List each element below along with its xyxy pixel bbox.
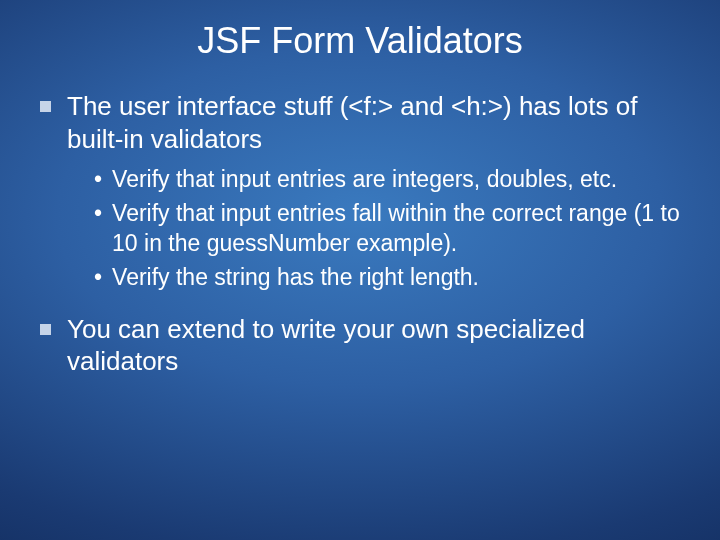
bullet-level1: You can extend to write your own special… xyxy=(40,313,680,378)
bullet-level1: The user interface stuff (<f:> and <h:>)… xyxy=(40,90,680,155)
dot-bullet-icon: • xyxy=(94,263,102,293)
slide: JSF Form Validators The user interface s… xyxy=(0,0,720,540)
bullet-text: The user interface stuff (<f:> and <h:>)… xyxy=(67,90,680,155)
bullet-level2: • Verify that input entries fall within … xyxy=(94,199,680,259)
bullet-text: Verify that input entries fall within th… xyxy=(112,199,680,259)
bullet-text: You can extend to write your own special… xyxy=(67,313,680,378)
bullet-text: Verify the string has the right length. xyxy=(112,263,680,293)
bullet-level2: • Verify that input entries are integers… xyxy=(94,165,680,195)
square-bullet-icon xyxy=(40,324,51,335)
dot-bullet-icon: • xyxy=(94,199,102,229)
bullet-level2: • Verify the string has the right length… xyxy=(94,263,680,293)
square-bullet-icon xyxy=(40,101,51,112)
bullet-text: Verify that input entries are integers, … xyxy=(112,165,680,195)
dot-bullet-icon: • xyxy=(94,165,102,195)
slide-title: JSF Form Validators xyxy=(40,20,680,62)
sub-bullet-group: • Verify that input entries are integers… xyxy=(40,165,680,293)
